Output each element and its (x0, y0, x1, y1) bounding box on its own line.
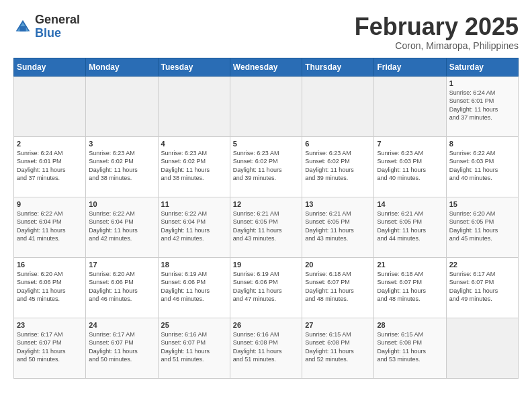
calendar-cell: 18Sunrise: 6:19 AM Sunset: 6:06 PM Dayli… (158, 257, 230, 318)
month-year: February 2025 (355, 13, 519, 40)
calendar-cell: 28Sunrise: 6:15 AM Sunset: 6:08 PM Dayli… (374, 318, 446, 378)
days-header-row: SundayMondayTuesdayWednesdayThursdayFrid… (14, 58, 519, 76)
day-info: Sunrise: 6:16 AM Sunset: 6:07 PM Dayligh… (161, 330, 227, 364)
calendar-cell: 25Sunrise: 6:16 AM Sunset: 6:07 PM Dayli… (158, 318, 230, 378)
calendar-week-row: 23Sunrise: 6:17 AM Sunset: 6:07 PM Dayli… (14, 318, 519, 378)
calendar-cell: 2Sunrise: 6:24 AM Sunset: 6:01 PM Daylig… (14, 136, 86, 197)
day-number: 3 (89, 140, 154, 148)
day-number: 8 (449, 140, 515, 148)
day-number: 25 (161, 321, 227, 329)
calendar-cell: 3Sunrise: 6:23 AM Sunset: 6:02 PM Daylig… (86, 136, 158, 197)
day-info: Sunrise: 6:20 AM Sunset: 6:05 PM Dayligh… (449, 210, 515, 243)
calendar-cell (302, 76, 374, 136)
day-info: Sunrise: 6:17 AM Sunset: 6:07 PM Dayligh… (17, 330, 83, 364)
day-number: 2 (17, 140, 83, 148)
calendar-week-row: 1Sunrise: 6:24 AM Sunset: 6:01 PM Daylig… (14, 76, 519, 136)
logo-general-text: General (35, 13, 80, 27)
day-of-week-header: Tuesday (158, 58, 230, 76)
day-info: Sunrise: 6:22 AM Sunset: 6:03 PM Dayligh… (449, 149, 515, 183)
calendar-cell (14, 76, 86, 136)
logo: General Blue (13, 13, 80, 40)
day-info: Sunrise: 6:15 AM Sunset: 6:08 PM Dayligh… (305, 330, 371, 364)
location: Coron, Mimaropa, Philippines (355, 40, 519, 51)
calendar-cell: 6Sunrise: 6:23 AM Sunset: 6:02 PM Daylig… (302, 136, 374, 197)
calendar-table: SundayMondayTuesdayWednesdayThursdayFrid… (13, 58, 519, 379)
day-info: Sunrise: 6:16 AM Sunset: 6:08 PM Dayligh… (233, 330, 299, 364)
day-info: Sunrise: 6:17 AM Sunset: 6:07 PM Dayligh… (89, 330, 154, 364)
calendar-cell: 14Sunrise: 6:21 AM Sunset: 6:05 PM Dayli… (374, 197, 446, 257)
calendar-week-row: 9Sunrise: 6:22 AM Sunset: 6:04 PM Daylig… (14, 197, 519, 257)
day-info: Sunrise: 6:18 AM Sunset: 6:07 PM Dayligh… (305, 270, 371, 304)
logo-icon (13, 17, 32, 36)
day-number: 24 (89, 321, 154, 329)
calendar-cell (158, 76, 230, 136)
day-info: Sunrise: 6:22 AM Sunset: 6:04 PM Dayligh… (89, 210, 154, 243)
day-of-week-header: Friday (374, 58, 446, 76)
day-info: Sunrise: 6:23 AM Sunset: 6:02 PM Dayligh… (233, 149, 299, 183)
day-number: 4 (161, 140, 227, 148)
day-info: Sunrise: 6:18 AM Sunset: 6:07 PM Dayligh… (377, 270, 443, 304)
day-info: Sunrise: 6:19 AM Sunset: 6:06 PM Dayligh… (161, 270, 227, 304)
day-info: Sunrise: 6:21 AM Sunset: 6:05 PM Dayligh… (377, 210, 443, 243)
title-block: February 2025 Coron, Mimaropa, Philippin… (355, 13, 519, 51)
day-number: 22 (449, 261, 515, 269)
calendar-cell: 10Sunrise: 6:22 AM Sunset: 6:04 PM Dayli… (86, 197, 158, 257)
calendar-cell (230, 76, 302, 136)
day-number: 27 (305, 321, 371, 329)
calendar-cell: 23Sunrise: 6:17 AM Sunset: 6:07 PM Dayli… (14, 318, 86, 378)
day-info: Sunrise: 6:20 AM Sunset: 6:06 PM Dayligh… (17, 270, 83, 304)
day-number: 21 (377, 261, 443, 269)
calendar-cell: 20Sunrise: 6:18 AM Sunset: 6:07 PM Dayli… (302, 257, 374, 318)
calendar-cell: 11Sunrise: 6:22 AM Sunset: 6:04 PM Dayli… (158, 197, 230, 257)
day-info: Sunrise: 6:23 AM Sunset: 6:02 PM Dayligh… (89, 149, 154, 183)
calendar-cell: 8Sunrise: 6:22 AM Sunset: 6:03 PM Daylig… (446, 136, 518, 197)
calendar-cell (374, 76, 446, 136)
day-info: Sunrise: 6:17 AM Sunset: 6:07 PM Dayligh… (449, 270, 515, 304)
day-info: Sunrise: 6:24 AM Sunset: 6:01 PM Dayligh… (17, 149, 83, 183)
day-number: 5 (233, 140, 299, 148)
day-number: 16 (17, 261, 83, 269)
calendar-cell: 9Sunrise: 6:22 AM Sunset: 6:04 PM Daylig… (14, 197, 86, 257)
calendar-cell: 26Sunrise: 6:16 AM Sunset: 6:08 PM Dayli… (230, 318, 302, 378)
day-number: 13 (305, 200, 371, 208)
day-number: 12 (233, 200, 299, 208)
day-of-week-header: Sunday (14, 58, 86, 76)
day-number: 14 (377, 200, 443, 208)
day-number: 28 (377, 321, 443, 329)
day-number: 19 (233, 261, 299, 269)
calendar-cell: 19Sunrise: 6:19 AM Sunset: 6:06 PM Dayli… (230, 257, 302, 318)
day-number: 17 (89, 261, 154, 269)
calendar-cell: 16Sunrise: 6:20 AM Sunset: 6:06 PM Dayli… (14, 257, 86, 318)
day-of-week-header: Saturday (446, 58, 518, 76)
calendar-cell: 4Sunrise: 6:23 AM Sunset: 6:02 PM Daylig… (158, 136, 230, 197)
calendar-cell: 12Sunrise: 6:21 AM Sunset: 6:05 PM Dayli… (230, 197, 302, 257)
calendar-cell: 15Sunrise: 6:20 AM Sunset: 6:05 PM Dayli… (446, 197, 518, 257)
day-info: Sunrise: 6:23 AM Sunset: 6:02 PM Dayligh… (305, 149, 371, 183)
calendar-cell: 21Sunrise: 6:18 AM Sunset: 6:07 PM Dayli… (374, 257, 446, 318)
day-info: Sunrise: 6:21 AM Sunset: 6:05 PM Dayligh… (233, 210, 299, 243)
calendar-cell (86, 76, 158, 136)
calendar-cell: 5Sunrise: 6:23 AM Sunset: 6:02 PM Daylig… (230, 136, 302, 197)
calendar-cell (446, 318, 518, 378)
calendar-cell: 24Sunrise: 6:17 AM Sunset: 6:07 PM Dayli… (86, 318, 158, 378)
day-number: 23 (17, 321, 83, 329)
day-of-week-header: Wednesday (230, 58, 302, 76)
day-info: Sunrise: 6:22 AM Sunset: 6:04 PM Dayligh… (161, 210, 227, 243)
calendar-cell: 1Sunrise: 6:24 AM Sunset: 6:01 PM Daylig… (446, 76, 518, 136)
calendar-cell: 13Sunrise: 6:21 AM Sunset: 6:05 PM Dayli… (302, 197, 374, 257)
day-info: Sunrise: 6:23 AM Sunset: 6:02 PM Dayligh… (161, 149, 227, 183)
page-header: General Blue February 2025 Coron, Mimaro… (13, 13, 519, 51)
day-number: 11 (161, 200, 227, 208)
day-of-week-header: Thursday (302, 58, 374, 76)
day-number: 20 (305, 261, 371, 269)
logo-text: General Blue (35, 13, 80, 40)
day-of-week-header: Monday (86, 58, 158, 76)
day-info: Sunrise: 6:21 AM Sunset: 6:05 PM Dayligh… (305, 210, 371, 243)
calendar-cell: 7Sunrise: 6:23 AM Sunset: 6:03 PM Daylig… (374, 136, 446, 197)
day-info: Sunrise: 6:23 AM Sunset: 6:03 PM Dayligh… (377, 149, 443, 183)
day-number: 26 (233, 321, 299, 329)
logo-blue-text: Blue (35, 27, 80, 40)
day-info: Sunrise: 6:22 AM Sunset: 6:04 PM Dayligh… (17, 210, 83, 243)
day-info: Sunrise: 6:19 AM Sunset: 6:06 PM Dayligh… (233, 270, 299, 304)
calendar-cell: 22Sunrise: 6:17 AM Sunset: 6:07 PM Dayli… (446, 257, 518, 318)
